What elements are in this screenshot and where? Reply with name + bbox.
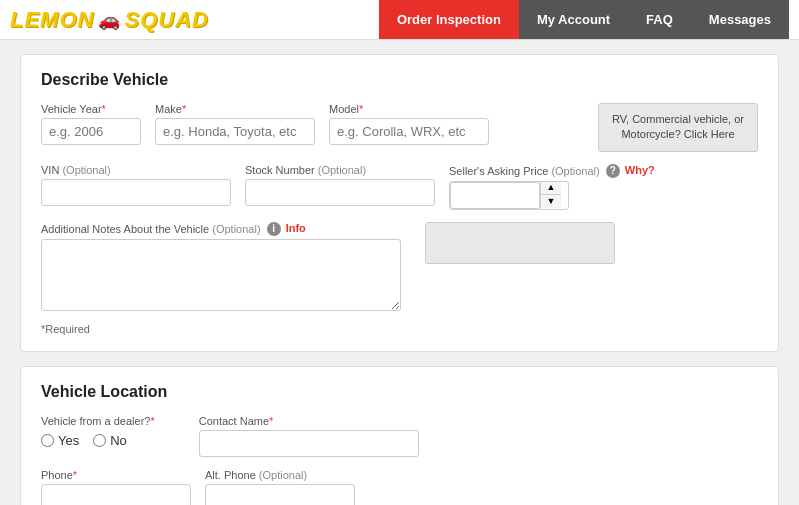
phone-group: Phone* [41, 469, 191, 505]
logo: LEMON 🚗 SQUAD [10, 7, 209, 33]
stock-number-group: Stock Number (Optional) [245, 164, 435, 206]
vehicle-basic-row: Vehicle Year* Make* Model* RV, Commercia… [41, 103, 758, 152]
dealer-group: Vehicle from a dealer?* Yes No [41, 415, 155, 451]
nav-order-inspection[interactable]: Order Inspection [379, 0, 519, 39]
vehicle-year-label: Vehicle Year* [41, 103, 141, 115]
make-group: Make* [155, 103, 315, 145]
dealer-radio-group: Yes No [41, 433, 155, 451]
contact-name-group: Contact Name* [199, 415, 419, 457]
vin-group: VIN (Optional) [41, 164, 231, 206]
why-label: Why? [625, 164, 655, 176]
alt-phone-input[interactable] [205, 484, 355, 505]
describe-vehicle-section: Describe Vehicle Vehicle Year* Make* Mod… [20, 54, 779, 352]
dealer-no-option[interactable]: No [93, 433, 127, 448]
additional-notes-label: Additional Notes About the Vehicle (Opti… [41, 222, 401, 236]
model-input[interactable] [329, 118, 489, 145]
vehicle-year-group: Vehicle Year* [41, 103, 141, 145]
main-content: Describe Vehicle Vehicle Year* Make* Mod… [0, 40, 799, 505]
header: LEMON 🚗 SQUAD Order Inspection My Accoun… [0, 0, 799, 40]
dealer-label: Vehicle from a dealer?* [41, 415, 155, 427]
additional-notes-textarea[interactable] [41, 239, 401, 311]
nav-messages[interactable]: Messages [691, 0, 789, 39]
describe-vehicle-title: Describe Vehicle [41, 71, 758, 89]
vehicle-location-section: Vehicle Location Vehicle from a dealer?*… [20, 366, 779, 505]
additional-notes-group: Additional Notes About the Vehicle (Opti… [41, 222, 401, 311]
vin-input[interactable] [41, 179, 231, 206]
info-box-group [425, 222, 615, 264]
logo-car-icon: 🚗 [98, 9, 120, 31]
sellers-price-group: Seller's Asking Price (Optional) ? Why? … [449, 164, 655, 210]
dealer-no-radio[interactable] [93, 434, 106, 447]
dealer-contact-row: Vehicle from a dealer?* Yes No Contact N… [41, 415, 758, 457]
vin-label: VIN (Optional) [41, 164, 231, 176]
phone-input[interactable] [41, 484, 191, 505]
model-label: Model* [329, 103, 489, 115]
dealer-yes-radio[interactable] [41, 434, 54, 447]
make-input[interactable] [155, 118, 315, 145]
rv-button[interactable]: RV, Commercial vehicle, or Motorcycle? C… [598, 103, 758, 152]
logo-text-lemon: LEMON [10, 7, 94, 33]
phone-row: Phone* Alt. Phone (Optional) [41, 469, 758, 505]
logo-text-squad: SQUAD [124, 7, 208, 33]
why-info-icon[interactable]: ? [606, 164, 620, 178]
spinner-buttons: ▲ ▼ [540, 182, 561, 209]
alt-phone-label: Alt. Phone (Optional) [205, 469, 355, 481]
rv-button-group: RV, Commercial vehicle, or Motorcycle? C… [598, 103, 758, 152]
info-box [425, 222, 615, 264]
spinner-up-button[interactable]: ▲ [541, 182, 561, 195]
contact-name-label: Contact Name* [199, 415, 419, 427]
nav-faq[interactable]: FAQ [628, 0, 691, 39]
notes-row: Additional Notes About the Vehicle (Opti… [41, 222, 758, 311]
sellers-price-input[interactable] [450, 182, 540, 209]
notes-info-icon[interactable]: i [267, 222, 281, 236]
nav-my-account[interactable]: My Account [519, 0, 628, 39]
contact-name-input[interactable] [199, 430, 419, 457]
make-label: Make* [155, 103, 315, 115]
notes-info-label: Info [286, 222, 306, 234]
sellers-price-spinner: ▲ ▼ [449, 181, 569, 210]
main-nav: Order Inspection My Account FAQ Messages [379, 0, 789, 39]
stock-number-label: Stock Number (Optional) [245, 164, 435, 176]
vehicle-year-input[interactable] [41, 118, 141, 145]
spinner-down-button[interactable]: ▼ [541, 195, 561, 208]
vehicle-location-title: Vehicle Location [41, 383, 758, 401]
vin-stock-price-row: VIN (Optional) Stock Number (Optional) S… [41, 164, 758, 210]
alt-phone-group: Alt. Phone (Optional) [205, 469, 355, 505]
sellers-price-label: Seller's Asking Price (Optional) ? Why? [449, 164, 655, 178]
model-group: Model* [329, 103, 489, 145]
required-note: *Required [41, 323, 758, 335]
dealer-yes-option[interactable]: Yes [41, 433, 79, 448]
stock-number-input[interactable] [245, 179, 435, 206]
phone-label: Phone* [41, 469, 191, 481]
